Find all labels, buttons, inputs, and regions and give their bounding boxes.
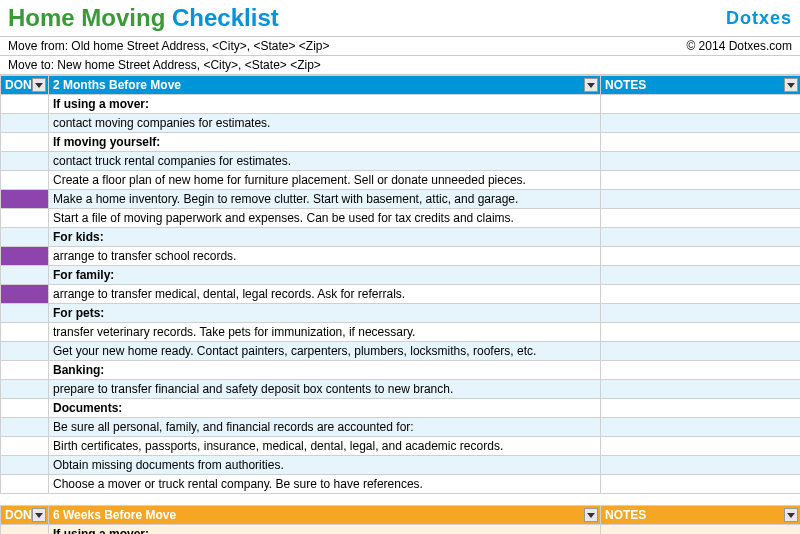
done-header[interactable]: DONE	[1, 506, 49, 525]
task-cell[interactable]: Obtain missing documents from authoritie…	[49, 456, 601, 475]
checklist-row: Be sure all personal, family, and financ…	[1, 418, 801, 437]
notes-cell[interactable]	[601, 133, 801, 152]
notes-cell[interactable]	[601, 247, 801, 266]
checklist-row: arrange to transfer medical, dental, leg…	[1, 285, 801, 304]
filter-dropdown-icon[interactable]	[584, 78, 598, 92]
done-cell[interactable]	[1, 209, 49, 228]
title-part1: Home Moving	[8, 4, 172, 31]
notes-cell[interactable]	[601, 152, 801, 171]
task-cell[interactable]: If using a mover:	[49, 95, 601, 114]
notes-cell[interactable]	[601, 95, 801, 114]
done-cell[interactable]	[1, 361, 49, 380]
filter-dropdown-icon[interactable]	[32, 78, 46, 92]
task-cell[interactable]: For pets:	[49, 304, 601, 323]
task-cell[interactable]: Start a file of moving paperwork and exp…	[49, 209, 601, 228]
done-cell[interactable]	[1, 399, 49, 418]
done-cell[interactable]	[1, 152, 49, 171]
checklist-row: For kids:	[1, 228, 801, 247]
task-cell[interactable]: transfer veterinary records. Take pets f…	[49, 323, 601, 342]
notes-cell[interactable]	[601, 228, 801, 247]
task-cell[interactable]: contact truck rental companies for estim…	[49, 152, 601, 171]
notes-cell[interactable]	[601, 304, 801, 323]
checklist-row: prepare to transfer financial and safety…	[1, 380, 801, 399]
checklist-table: DONE2 Months Before MoveNOTESIf using a …	[0, 75, 800, 534]
notes-cell[interactable]	[601, 525, 801, 535]
checklist-row: Make a home inventory. Begin to remove c…	[1, 190, 801, 209]
done-cell[interactable]	[1, 95, 49, 114]
notes-cell[interactable]	[601, 190, 801, 209]
task-cell[interactable]: Documents:	[49, 399, 601, 418]
filter-dropdown-icon[interactable]	[784, 508, 798, 522]
notes-header[interactable]: NOTES	[601, 76, 801, 95]
notes-cell[interactable]	[601, 323, 801, 342]
done-cell[interactable]	[1, 475, 49, 494]
done-cell[interactable]	[1, 285, 49, 304]
checklist-row: transfer veterinary records. Take pets f…	[1, 323, 801, 342]
checklist-row: Get your new home ready. Contact painter…	[1, 342, 801, 361]
section-header-row: DONE2 Months Before MoveNOTES	[1, 76, 801, 95]
done-cell[interactable]	[1, 525, 49, 535]
done-cell[interactable]	[1, 437, 49, 456]
checklist-row: contact moving companies for estimates.	[1, 114, 801, 133]
done-header[interactable]: DONE	[1, 76, 49, 95]
logo: Dotxes	[726, 8, 792, 29]
done-cell[interactable]	[1, 304, 49, 323]
done-cell[interactable]	[1, 342, 49, 361]
done-cell[interactable]	[1, 171, 49, 190]
done-cell[interactable]	[1, 456, 49, 475]
notes-cell[interactable]	[601, 285, 801, 304]
notes-cell[interactable]	[601, 399, 801, 418]
task-cell[interactable]: For kids:	[49, 228, 601, 247]
done-cell[interactable]	[1, 133, 49, 152]
filter-dropdown-icon[interactable]	[32, 508, 46, 522]
done-cell[interactable]	[1, 266, 49, 285]
done-cell[interactable]	[1, 380, 49, 399]
notes-cell[interactable]	[601, 418, 801, 437]
notes-cell[interactable]	[601, 266, 801, 285]
done-cell[interactable]	[1, 323, 49, 342]
task-cell[interactable]: If using a mover:	[49, 525, 601, 535]
move-to-row: Move to: New home Street Address, <City>…	[0, 56, 800, 75]
checklist-row: For family:	[1, 266, 801, 285]
section-title-header[interactable]: 2 Months Before Move	[49, 76, 601, 95]
checklist-row: Choose a mover or truck rental company. …	[1, 475, 801, 494]
header: Home Moving Checklist Dotxes	[0, 0, 800, 37]
done-cell[interactable]	[1, 247, 49, 266]
task-cell[interactable]: Birth certificates, passports, insurance…	[49, 437, 601, 456]
task-cell[interactable]: Be sure all personal, family, and financ…	[49, 418, 601, 437]
section-title-header[interactable]: 6 Weeks Before Move	[49, 506, 601, 525]
notes-cell[interactable]	[601, 437, 801, 456]
notes-cell[interactable]	[601, 361, 801, 380]
notes-cell[interactable]	[601, 171, 801, 190]
task-cell[interactable]: prepare to transfer financial and safety…	[49, 380, 601, 399]
notes-cell[interactable]	[601, 475, 801, 494]
move-from-row: Move from: Old home Street Address, <Cit…	[0, 37, 800, 56]
checklist-row: For pets:	[1, 304, 801, 323]
done-cell[interactable]	[1, 228, 49, 247]
task-cell[interactable]: If moving yourself:	[49, 133, 601, 152]
filter-dropdown-icon[interactable]	[784, 78, 798, 92]
task-cell[interactable]: Make a home inventory. Begin to remove c…	[49, 190, 601, 209]
task-cell[interactable]: contact moving companies for estimates.	[49, 114, 601, 133]
task-cell[interactable]: arrange to transfer medical, dental, leg…	[49, 285, 601, 304]
checklist-row: Documents:	[1, 399, 801, 418]
notes-cell[interactable]	[601, 209, 801, 228]
filter-dropdown-icon[interactable]	[584, 508, 598, 522]
notes-header[interactable]: NOTES	[601, 506, 801, 525]
done-cell[interactable]	[1, 114, 49, 133]
notes-cell[interactable]	[601, 342, 801, 361]
done-cell[interactable]	[1, 190, 49, 209]
task-cell[interactable]: Choose a mover or truck rental company. …	[49, 475, 601, 494]
page-title: Home Moving Checklist	[8, 4, 279, 32]
done-cell[interactable]	[1, 418, 49, 437]
task-cell[interactable]: Create a floor plan of new home for furn…	[49, 171, 601, 190]
notes-cell[interactable]	[601, 380, 801, 399]
task-cell[interactable]: arrange to transfer school records.	[49, 247, 601, 266]
move-from-text: Move from: Old home Street Address, <Cit…	[8, 39, 330, 53]
section-header-row: DONE6 Weeks Before MoveNOTES	[1, 506, 801, 525]
task-cell[interactable]: Get your new home ready. Contact painter…	[49, 342, 601, 361]
notes-cell[interactable]	[601, 456, 801, 475]
task-cell[interactable]: For family:	[49, 266, 601, 285]
task-cell[interactable]: Banking:	[49, 361, 601, 380]
notes-cell[interactable]	[601, 114, 801, 133]
